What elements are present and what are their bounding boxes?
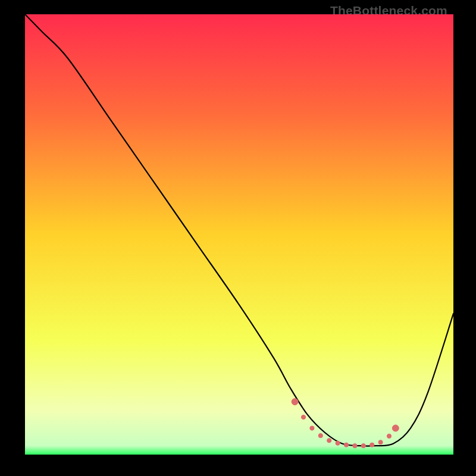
optimal-marker — [310, 426, 314, 430]
optimal-marker — [318, 434, 322, 438]
optimal-marker — [361, 444, 365, 448]
optimal-marker — [392, 425, 399, 431]
optimal-marker — [292, 399, 298, 405]
optimal-marker — [353, 444, 357, 448]
chart-area — [25, 14, 453, 455]
optimal-marker — [387, 434, 391, 438]
optimal-marker — [301, 415, 305, 419]
optimal-marker — [370, 443, 374, 447]
optimal-marker — [327, 439, 331, 443]
optimal-marker — [336, 441, 340, 445]
optimal-marker — [344, 443, 348, 447]
optimal-marker — [378, 440, 383, 444]
gradient-background — [25, 14, 453, 455]
